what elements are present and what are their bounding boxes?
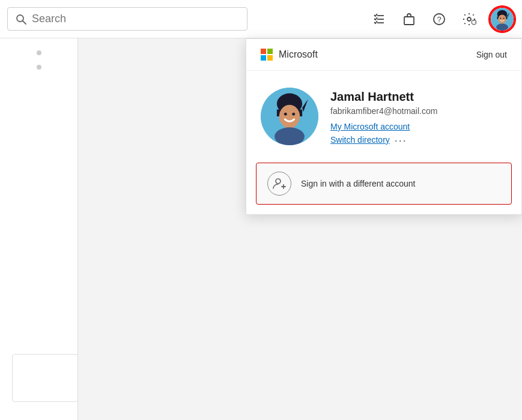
user-details: Jamal Hartnett fabrikamfiber4@hotmail.co… (330, 88, 437, 146)
sidebar-dot-1 (37, 50, 41, 55)
signout-button[interactable]: Sign out (476, 50, 507, 59)
svg-point-26 (284, 113, 287, 116)
settings-button[interactable] (460, 10, 479, 29)
ms-blue-tile (261, 55, 266, 61)
add-account-icon (267, 172, 291, 196)
svg-rect-5 (404, 17, 414, 25)
avatar-button[interactable] (490, 7, 515, 32)
ms-brand-label: Microsoft (279, 49, 318, 60)
switch-directory-link[interactable]: Switch directory (330, 135, 390, 145)
user-name: Jamal Hartnett (330, 90, 437, 104)
svg-point-17 (500, 17, 501, 19)
svg-point-30 (276, 179, 281, 184)
svg-line-1 (23, 20, 26, 24)
svg-point-29 (275, 127, 305, 145)
svg-point-25 (279, 105, 300, 128)
ms-logo: Microsoft (261, 49, 318, 61)
ms-logo-grid (261, 49, 273, 61)
person-add-icon (272, 176, 287, 191)
tasks-icon (372, 12, 386, 26)
settings-icon (462, 12, 476, 26)
svg-point-18 (503, 17, 505, 19)
user-dropdown: Microsoft Sign out (246, 38, 522, 215)
ms-green-tile (267, 49, 273, 54)
ms-red-tile (261, 49, 266, 54)
my-account-link[interactable]: My Microsoft account (330, 122, 437, 131)
search-box[interactable] (7, 7, 247, 31)
svg-point-16 (498, 14, 506, 23)
switch-dir-row: Switch directory ··· (330, 135, 437, 146)
help-button[interactable]: ? (429, 10, 449, 29)
more-options-button[interactable]: ··· (395, 135, 407, 146)
user-info-section: Jamal Hartnett fabrikamfiber4@hotmail.co… (246, 71, 521, 163)
search-icon (15, 13, 27, 25)
topbar-icons: ? (369, 7, 515, 32)
dropdown-header: Microsoft Sign out (246, 39, 521, 71)
card-hint (12, 354, 78, 402)
topbar: ? (0, 0, 522, 38)
help-icon: ? (432, 12, 446, 26)
sign-in-different-button[interactable]: Sign in with a different account (256, 163, 512, 205)
sign-in-different-label: Sign in with a different account (301, 179, 415, 188)
svg-text:?: ? (437, 15, 442, 24)
ms-yellow-tile (267, 55, 273, 61)
user-avatar (261, 88, 318, 145)
content-area: Microsoft Sign out (0, 38, 522, 420)
tasks-button[interactable] (369, 10, 389, 29)
svg-point-8 (467, 17, 471, 21)
user-email: fabrikamfiber4@hotmail.com (330, 106, 437, 116)
avatar-icon (491, 8, 514, 31)
search-input[interactable] (32, 13, 240, 25)
bag-icon (402, 12, 416, 26)
svg-point-27 (292, 113, 295, 116)
svg-point-20 (496, 23, 508, 31)
sidebar-dot-2 (37, 65, 41, 70)
bag-button[interactable] (399, 10, 419, 29)
user-avatar-icon (261, 88, 318, 145)
